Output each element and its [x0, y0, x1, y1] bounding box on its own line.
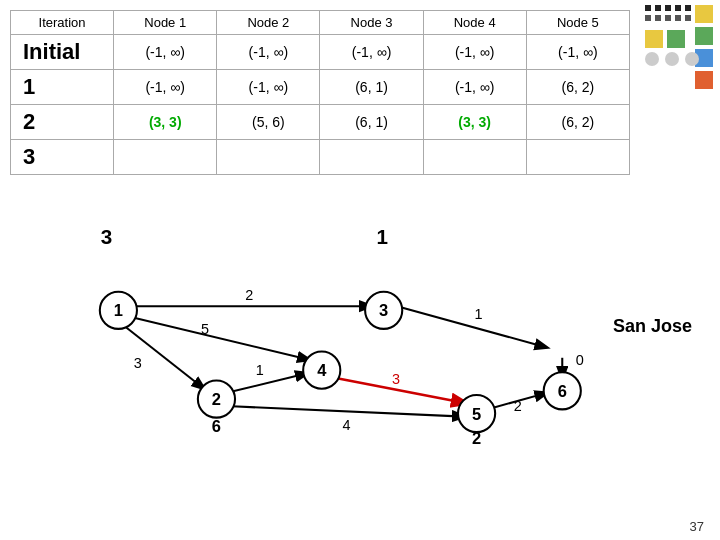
svg-rect-0 [645, 5, 651, 11]
svg-rect-13 [695, 71, 713, 89]
cell-r3-c3 [423, 140, 526, 175]
svg-rect-1 [655, 5, 661, 11]
col-header-node3: Node 3 [320, 11, 423, 35]
edge-weight-1-3: 2 [245, 287, 253, 303]
node-5-label: 5 [472, 405, 481, 423]
svg-rect-18 [685, 52, 699, 66]
svg-rect-9 [685, 15, 691, 21]
svg-rect-2 [665, 5, 671, 11]
cell-r2-c0: (3, 3) [114, 105, 217, 140]
svg-rect-5 [645, 15, 651, 21]
cell-r0-c2: (-1, ∞) [320, 35, 423, 70]
svg-rect-7 [665, 15, 671, 21]
cell-r3-c2 [320, 140, 423, 175]
svg-rect-6 [655, 15, 661, 21]
cell-r1-c1: (-1, ∞) [217, 70, 320, 105]
node-label-3-top: 3 [101, 225, 112, 248]
cell-r3-c1 [217, 140, 320, 175]
table-row: 3 [11, 140, 630, 175]
svg-rect-3 [675, 5, 681, 11]
node-1-label: 1 [114, 301, 123, 319]
edge-weight-2-4: 1 [256, 362, 264, 378]
cell-r3-c0 [114, 140, 217, 175]
col-header-iteration: Iteration [11, 11, 114, 35]
table-section: Iteration Node 1 Node 2 Node 3 Node 4 No… [10, 10, 630, 175]
edge-weight-2-5: 4 [342, 417, 350, 433]
svg-rect-11 [695, 27, 713, 45]
edge-weight-1-4: 5 [201, 321, 209, 337]
edge-2-4 [227, 373, 308, 393]
svg-rect-8 [675, 15, 681, 21]
page-number: 37 [690, 519, 704, 534]
row-label-0: Initial [11, 35, 114, 70]
cell-r2-c2: (6, 1) [320, 105, 423, 140]
decorative-dots [640, 0, 720, 120]
edge-weight-4-5: 3 [392, 371, 400, 387]
col-header-node4: Node 4 [423, 11, 526, 35]
edge-3-6 [397, 306, 547, 347]
cell-r3-c4 [526, 140, 629, 175]
edge-2-5 [232, 406, 464, 416]
svg-rect-14 [645, 30, 663, 48]
node-3-label: 3 [379, 301, 388, 319]
cell-r0-c4: (-1, ∞) [526, 35, 629, 70]
node-2-label: 2 [212, 390, 221, 408]
node-2-bottom-label: 6 [212, 417, 221, 435]
cell-r1-c0: (-1, ∞) [114, 70, 217, 105]
cell-r1-c2: (6, 1) [320, 70, 423, 105]
cell-r0-c1: (-1, ∞) [217, 35, 320, 70]
graph-section: 3 1 2 5 3 1 4 3 1 0 2 1 [10, 220, 650, 510]
table-row: 1(-1, ∞)(-1, ∞)(6, 1)(-1, ∞)(6, 2) [11, 70, 630, 105]
edge-weight-1-2: 3 [134, 355, 142, 371]
cell-r2-c4: (6, 2) [526, 105, 629, 140]
cell-r2-c3: (3, 3) [423, 105, 526, 140]
cell-r0-c0: (-1, ∞) [114, 35, 217, 70]
svg-rect-4 [685, 5, 691, 11]
row-label-3: 3 [11, 140, 114, 175]
col-header-node5: Node 5 [526, 11, 629, 35]
svg-rect-16 [645, 52, 659, 66]
edge-weight-6-down: 0 [576, 352, 584, 368]
edge-weight-5-6: 2 [514, 398, 522, 414]
table-row: 2(3, 3)(5, 6)(6, 1)(3, 3)(6, 2) [11, 105, 630, 140]
edge-1-4 [129, 316, 310, 359]
cell-r0-c3: (-1, ∞) [423, 35, 526, 70]
svg-rect-17 [665, 52, 679, 66]
graph-svg: 3 1 2 5 3 1 4 3 1 0 2 1 [10, 220, 650, 510]
col-header-node2: Node 2 [217, 11, 320, 35]
cell-r2-c1: (5, 6) [217, 105, 320, 140]
node-6-label: 6 [558, 382, 567, 400]
cell-r1-c4: (6, 2) [526, 70, 629, 105]
iterations-table: Iteration Node 1 Node 2 Node 3 Node 4 No… [10, 10, 630, 175]
node-4-label: 4 [317, 361, 327, 379]
table-row: Initial(-1, ∞)(-1, ∞)(-1, ∞)(-1, ∞)(-1, … [11, 35, 630, 70]
edge-weight-3-6: 1 [475, 306, 483, 322]
node-5-bottom-label: 2 [472, 429, 481, 447]
san-jose-label: San Jose [613, 315, 692, 338]
edge-4-5-red [338, 378, 466, 403]
col-header-node1: Node 1 [114, 11, 217, 35]
node-label-1-top: 1 [376, 225, 387, 248]
cell-r1-c3: (-1, ∞) [423, 70, 526, 105]
row-label-2: 2 [11, 105, 114, 140]
svg-rect-10 [695, 5, 713, 23]
svg-rect-15 [667, 30, 685, 48]
row-label-1: 1 [11, 70, 114, 105]
